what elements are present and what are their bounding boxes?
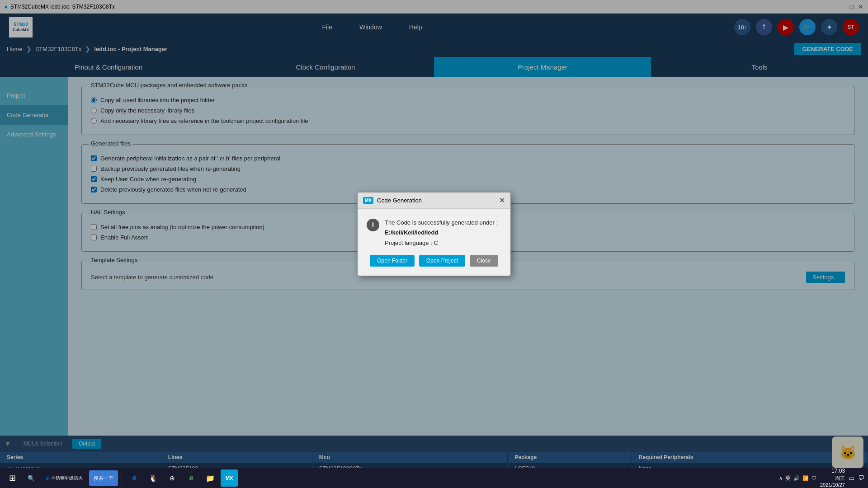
taskbar: ⊞ 🔍 e 不锈钢甲级防火 搜索一下 e 🐧 ⊕ e 📁 MX ∧ 英 🔊 📶 … bbox=[0, 468, 868, 488]
start-button[interactable]: ⊞ bbox=[4, 469, 21, 487]
volume-icon[interactable]: 🔊 bbox=[793, 475, 800, 481]
taskbar-search-baidu[interactable]: 搜索一下 bbox=[89, 470, 118, 486]
modal-info-row: i The Code is successfully generated und… bbox=[367, 218, 501, 248]
browser-label: 不锈钢甲级防火 bbox=[51, 475, 83, 481]
taskbar-date-weekday: 周三 bbox=[820, 475, 845, 482]
taskbar-browser[interactable]: e 不锈钢甲级防火 bbox=[42, 470, 87, 486]
modal-path: E:/keil/Keil/led/ledd bbox=[385, 229, 438, 236]
search-label: 搜索一下 bbox=[94, 475, 113, 482]
taskbar-mx[interactable]: MX bbox=[221, 469, 238, 487]
taskbar-search[interactable]: 🔍 bbox=[23, 469, 40, 487]
notification-icon[interactable]: 🗩 bbox=[858, 474, 864, 482]
modal-message-line1: The Code is successfully generated under… bbox=[385, 219, 498, 226]
taskbar-qq[interactable]: 🐧 bbox=[145, 469, 162, 487]
modal-overlay: MX Code Generation ✕ i The Code is succe… bbox=[0, 0, 868, 468]
taskbar-date: 2021/10/27 bbox=[820, 482, 845, 488]
taskbar-ie2[interactable]: e bbox=[183, 469, 200, 487]
close-button[interactable]: Close bbox=[470, 255, 498, 267]
keyboard-icon: 英 bbox=[785, 474, 791, 482]
modal-body: i The Code is successfully generated und… bbox=[358, 209, 510, 275]
show-desktop-icon[interactable]: ▭ bbox=[849, 474, 854, 482]
info-icon: i bbox=[367, 219, 379, 231]
code-generation-modal: MX Code Generation ✕ i The Code is succe… bbox=[357, 192, 511, 276]
taskbar-right: ∧ 英 🔊 📶 🛡 17:03 周三 2021/10/27 ▭ 🗩 bbox=[779, 467, 864, 488]
modal-text: The Code is successfully generated under… bbox=[385, 218, 498, 248]
time-block[interactable]: 17:03 周三 2021/10/27 bbox=[820, 467, 845, 488]
security-icon: 🛡 bbox=[811, 475, 816, 481]
modal-language: Project language : C bbox=[385, 239, 438, 246]
modal-buttons: Open Folder Open Project Close bbox=[367, 255, 501, 269]
chevron-up-icon[interactable]: ∧ bbox=[779, 475, 783, 481]
taskbar-app2[interactable]: ⊕ bbox=[164, 469, 181, 487]
modal-mx-icon: MX bbox=[363, 197, 373, 204]
modal-close-button[interactable]: ✕ bbox=[499, 196, 505, 205]
open-folder-button[interactable]: Open Folder bbox=[370, 255, 415, 267]
taskbar-system-icons: ∧ 英 🔊 📶 🛡 bbox=[779, 474, 816, 482]
taskbar-ie[interactable]: e bbox=[126, 469, 143, 487]
taskbar-separator-1 bbox=[122, 471, 122, 485]
modal-title: Code Generation bbox=[377, 197, 495, 204]
taskbar-time: 17:03 bbox=[820, 467, 845, 475]
modal-title-bar: MX Code Generation ✕ bbox=[358, 192, 510, 209]
taskbar-folder[interactable]: 📁 bbox=[202, 469, 219, 487]
browser-icon: e bbox=[46, 475, 49, 481]
wifi-icon[interactable]: 📶 bbox=[802, 475, 809, 481]
open-project-button[interactable]: Open Project bbox=[419, 255, 465, 267]
